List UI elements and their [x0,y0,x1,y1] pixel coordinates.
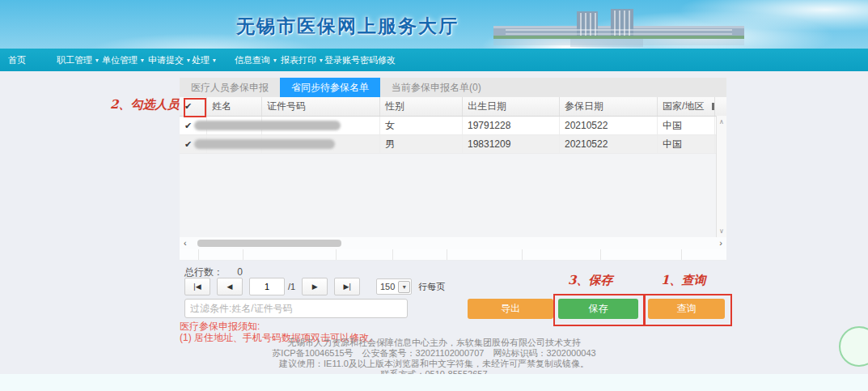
scroll-down-icon[interactable]: ∨ [719,227,724,235]
per-page-label: 行每页 [418,281,445,293]
nav-item-home[interactable]: 首页 [8,54,26,66]
header-country: 国家/地区 [658,97,715,116]
select-arrow-icon: ▾ [398,281,410,293]
redaction-bar [194,139,335,149]
header-enroll-date: 参保日期 [560,97,658,116]
page-total-label: /1 [288,282,295,291]
scroll-up-icon[interactable]: ∧ [719,118,724,125]
header-birth-date: 出生日期 [463,97,560,116]
query-button[interactable]: 查询 [648,299,725,319]
cell-country: 中国 [658,135,715,153]
cell-birth-date: 19791228 [463,117,560,134]
cell-gender: 女 [380,117,463,134]
clipped-column-text [712,103,714,110]
cell-enroll-date: 20210522 [560,135,658,153]
nav-bar: 首页 职工管理 ▾ 单位管理 ▾ 申请提交 ▾ 处理 ▾ 信息查询 ▾ 报表打印… [0,49,868,71]
scroll-right-icon[interactable]: › [719,237,722,249]
bottom-strip [0,374,868,391]
nav-item-report-print[interactable]: 报表打印 ▾ [281,54,323,66]
header-name: 姓名 [207,97,262,116]
footer-line-host: 无锡市人力资源和社会保障信息中心主办，东软集团股份有限公司技术支持 [0,338,868,347]
header-gender: 性别 [380,97,463,116]
annotation-step3: 3、保存 [568,273,612,288]
page: 无锡市医保网上服务大厅 首页 职工管理 ▾ [0,0,868,391]
page-size-value: 150 [377,282,398,291]
chevron-down-icon: ▾ [141,57,144,64]
export-button[interactable]: 导出 [468,299,553,319]
header-checkbox-cell: ✔ [180,97,207,116]
redaction-bar [194,121,341,130]
tab-province-sync-pending[interactable]: 省同步待参保名单 [280,78,380,97]
first-page-button[interactable]: |◀ [184,278,210,295]
next-page-button[interactable]: ▶ [302,278,328,295]
filter-input[interactable] [184,299,408,318]
prev-page-button[interactable]: ◀ [217,278,243,295]
row-checkbox[interactable]: ✔ [184,139,192,149]
horizontal-scrollbar[interactable]: ‹ › [180,237,726,250]
cell-birth-date: 19831209 [463,135,560,153]
pagination-bar: |◀ ◀ /1 ▶ ▶| 150 ▾ 行每页 [184,278,445,295]
footer-line-icp: 苏ICP备10046515号 公安备案号：32021102000707 网站标识… [0,348,868,358]
footer-line-browser: 建议使用：IE11.0及以上版本浏览器和中文字符集，未经许可严禁复制或镜像。 [0,359,868,368]
scrollbar-thumb[interactable] [197,240,341,247]
chevron-down-icon: ▾ [187,57,190,64]
nav-item-account-password[interactable]: 登录账号密码修改 [324,54,396,66]
nav-item-unit-mgmt[interactable]: 单位管理 ▾ [102,54,144,66]
table-row[interactable]: ✔ 男 19831209 20210522 中国 [180,135,726,154]
table-row[interactable]: ✔ 女 19791228 20210522 中国 [180,117,726,135]
scroll-left-icon[interactable]: ‹ [184,237,187,249]
tab-bar: 医疗人员参保申报 省同步待参保名单 当前参保申报名单(0) [180,78,726,97]
grid-footer-strip [180,249,726,261]
total-rows-label: 总行数： [184,266,223,278]
last-page-button[interactable]: ▶| [334,278,360,295]
chevron-down-icon: ▾ [213,57,216,64]
nav-item-employee-mgmt[interactable]: 职工管理 ▾ [57,54,99,66]
chevron-down-icon: ▾ [273,57,277,64]
buildings-image [481,8,760,49]
header-id-number: 证件号码 [262,97,380,116]
annotation-step1: 1、查询 [661,273,705,288]
vertical-scrollbar[interactable]: ∧ ∨ [716,116,726,237]
header-clipped-column [715,97,726,116]
tab-medical-staff-declare[interactable]: 医疗人员参保申报 [180,78,280,97]
chevron-down-icon: ▾ [320,57,323,64]
row-checkbox[interactable]: ✔ [184,121,192,130]
table-header-row: ✔ 姓名 证件号码 性别 出生日期 参保日期 国家/地区 [180,97,726,117]
site-title: 无锡市医保网上服务大厅 [236,14,459,39]
banner: 无锡市医保网上服务大厅 [0,0,868,49]
select-all-checkbox[interactable]: ✔ [184,101,192,111]
cell-country: 中国 [658,117,715,134]
cell-enroll-date: 20210522 [560,117,658,134]
chevron-down-icon: ▾ [95,57,99,64]
page-size-select[interactable]: 150 ▾ [376,278,412,295]
cell-gender: 男 [380,135,463,153]
total-rows-value: 0 [237,266,243,278]
nav-item-process[interactable]: 处理 ▾ [192,54,216,66]
save-button[interactable]: 保存 [558,299,638,319]
nav-item-info-query[interactable]: 信息查询 ▾ [235,54,277,66]
notice-title: 医疗参保申报须知: [180,321,379,332]
tab-current-declare-list[interactable]: 当前参保申报名单(0) [380,78,493,97]
page-number-input[interactable] [249,278,285,295]
nav-item-apply-submit[interactable]: 申请提交 ▾ [148,54,190,66]
data-table: ✔ 姓名 证件号码 性别 出生日期 参保日期 国家/地区 ✔ 女 1979122… [180,97,726,238]
annotation-step2: 2、勾选人员 [110,97,179,113]
